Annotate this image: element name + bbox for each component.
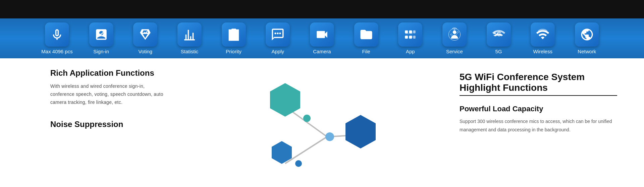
hex-graphic-svg (247, 73, 387, 187)
toolbar-icon-box-priority (222, 22, 246, 47)
toolbar-item-camera[interactable]: Camera (305, 22, 339, 54)
svg-marker-17 (270, 83, 300, 117)
toolbar-label-camera: Camera (313, 49, 331, 54)
toolbar-item-statistic[interactable]: Statistic (173, 22, 206, 54)
file-icon (359, 27, 373, 42)
toolbar-item-5g[interactable]: 5G 5G (482, 22, 516, 54)
toolbar-item-app[interactable]: App (393, 22, 427, 54)
toolbar-item-apply[interactable]: Apply (261, 22, 294, 54)
toolbar-icon-box-apply (266, 22, 290, 47)
svg-rect-8 (413, 30, 416, 34)
toolbar-icon-box-wireless (531, 22, 555, 47)
camera-icon (315, 27, 329, 42)
mic-icon (50, 27, 64, 42)
toolbar-label-voting: Voting (138, 49, 152, 54)
toolbar-label-wireless: Wireless (533, 49, 552, 54)
hex-graphic (247, 73, 387, 187)
top-black-bar (0, 0, 644, 18)
wireless-icon (536, 27, 550, 42)
right-section: 5G WiFi Conference System Highlight Func… (460, 68, 644, 187)
toolbar-label-statistic: Statistic (181, 49, 199, 54)
toolbar-icon-box-app (398, 22, 422, 47)
toolbar-icon-box-5g: 5G (487, 22, 511, 47)
svg-rect-9 (413, 36, 416, 39)
toolbar-icon-box-camera (310, 22, 334, 47)
toolbar-label-max4096: Max 4096 pcs (41, 49, 72, 54)
icon-toolbar: Max 4096 pcs Sign-in Voting Stat (0, 18, 644, 58)
svg-rect-5 (405, 36, 408, 39)
toolbar-item-network[interactable]: Network (570, 22, 604, 54)
svg-point-18 (303, 115, 311, 122)
voting-icon (138, 27, 152, 42)
statistic-icon (182, 27, 197, 42)
toolbar-icon-box-file (354, 22, 378, 47)
toolbar-label-network: Network (578, 49, 596, 54)
toolbar-item-wireless[interactable]: Wireless (526, 22, 559, 54)
priority-icon (227, 27, 241, 42)
signin-icon (94, 27, 108, 42)
svg-point-22 (325, 132, 334, 141)
svg-point-3 (279, 33, 281, 34)
toolbar-label-file: File (362, 49, 370, 54)
toolbar-item-signin[interactable]: Sign-in (85, 22, 118, 54)
middle-graphic-section (174, 68, 460, 187)
toolbar-item-service[interactable]: Service (438, 22, 471, 54)
svg-point-11 (453, 29, 455, 30)
highlight-text: Support 300 wireless conference mics to … (460, 117, 617, 134)
toolbar-icon-box-voting (133, 22, 157, 47)
svg-marker-21 (345, 115, 376, 148)
svg-point-20 (295, 160, 302, 167)
network-icon (580, 27, 594, 42)
service-icon (447, 27, 462, 42)
toolbar-item-voting[interactable]: Voting (128, 22, 162, 54)
toolbar-icon-box-max4096 (45, 22, 69, 47)
toolbar-label-5g: 5G (495, 49, 502, 54)
toolbar-icon-box-signin (89, 22, 113, 47)
toolbar-label-signin: Sign-in (93, 49, 109, 54)
toolbar-item-file[interactable]: File (350, 22, 383, 54)
toolbar-label-service: Service (446, 49, 463, 54)
app-icon (403, 27, 417, 42)
noise-suppression-title: Noise Suppression (50, 120, 164, 129)
highlight-main-title: 5G WiFi Conference System Highlight Func… (460, 72, 617, 96)
svg-rect-4 (405, 30, 408, 34)
toolbar-label-app: App (406, 49, 415, 54)
svg-rect-7 (409, 36, 412, 39)
toolbar-icon-box-statistic (177, 22, 202, 47)
svg-point-10 (453, 30, 457, 34)
highlight-subtitle: Powerful Load Capacity (460, 105, 617, 113)
toolbar-item-max4096[interactable]: Max 4096 pcs (40, 22, 74, 54)
svg-point-1 (275, 33, 276, 34)
5g-icon: 5G (492, 27, 506, 42)
toolbar-item-priority[interactable]: Priority (217, 22, 251, 54)
toolbar-icon-box-service (442, 22, 467, 47)
toolbar-label-priority: Priority (226, 49, 241, 54)
rich-application-text: With wireless and wired conference sign-… (50, 82, 164, 106)
left-section: Rich Application Functions With wireless… (0, 68, 174, 187)
apply-icon (271, 27, 285, 42)
toolbar-icon-box-network (575, 22, 599, 47)
content-area: Rich Application Functions With wireless… (0, 58, 644, 187)
svg-point-2 (277, 33, 279, 34)
toolbar-label-apply: Apply (272, 49, 284, 54)
svg-rect-6 (409, 30, 412, 34)
rich-application-title: Rich Application Functions (50, 68, 164, 78)
